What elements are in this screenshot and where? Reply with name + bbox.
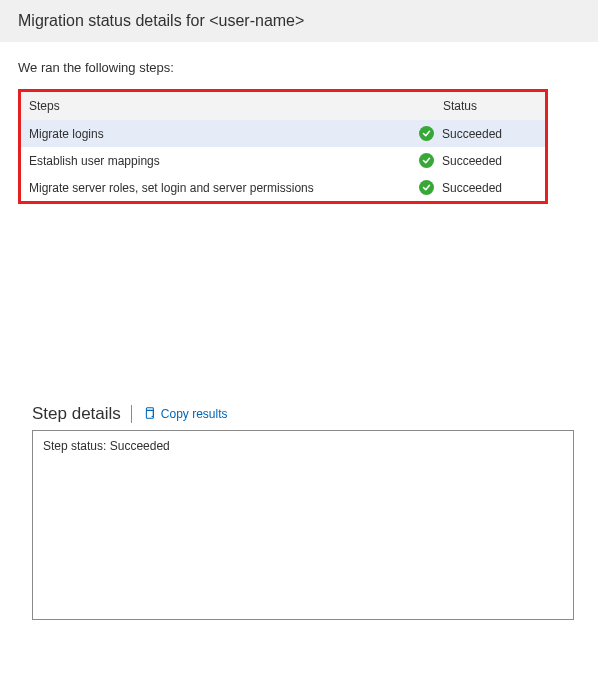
column-header-status: Status	[419, 99, 539, 113]
step-name: Establish user mappings	[27, 154, 419, 168]
column-header-steps: Steps	[27, 99, 419, 113]
main-content: We ran the following steps: Steps Status…	[0, 42, 598, 630]
step-details-header: Step details Copy results	[32, 404, 574, 424]
status-text: Succeeded	[442, 154, 502, 168]
status-text: Succeeded	[442, 127, 502, 141]
table-row[interactable]: Migrate logins Succeeded	[21, 120, 545, 147]
svg-rect-0	[146, 410, 153, 418]
status-cell: Succeeded	[419, 180, 539, 195]
status-cell: Succeeded	[419, 126, 539, 141]
step-details-box: Step status: Succeeded	[32, 430, 574, 620]
success-icon	[419, 180, 434, 195]
page-title-bar: Migration status details for <user-name>	[0, 0, 598, 42]
step-details-title: Step details	[32, 404, 121, 424]
copy-icon	[142, 406, 156, 423]
step-name: Migrate server roles, set login and serv…	[27, 181, 419, 195]
step-name: Migrate logins	[27, 127, 419, 141]
status-text: Succeeded	[442, 181, 502, 195]
divider	[131, 405, 132, 423]
step-details-section: Step details Copy results Step status: S…	[18, 404, 588, 620]
status-cell: Succeeded	[419, 153, 539, 168]
intro-text: We ran the following steps:	[18, 60, 588, 75]
copy-results-label: Copy results	[161, 407, 228, 421]
success-icon	[419, 153, 434, 168]
steps-table-highlight: Steps Status Migrate logins Succeeded Es…	[18, 89, 548, 204]
table-header-row: Steps Status	[21, 92, 545, 120]
success-icon	[419, 126, 434, 141]
copy-results-button[interactable]: Copy results	[142, 406, 228, 423]
table-row[interactable]: Migrate server roles, set login and serv…	[21, 174, 545, 201]
page-title: Migration status details for <user-name>	[18, 12, 304, 29]
step-status-text: Step status: Succeeded	[43, 439, 170, 453]
table-row[interactable]: Establish user mappings Succeeded	[21, 147, 545, 174]
